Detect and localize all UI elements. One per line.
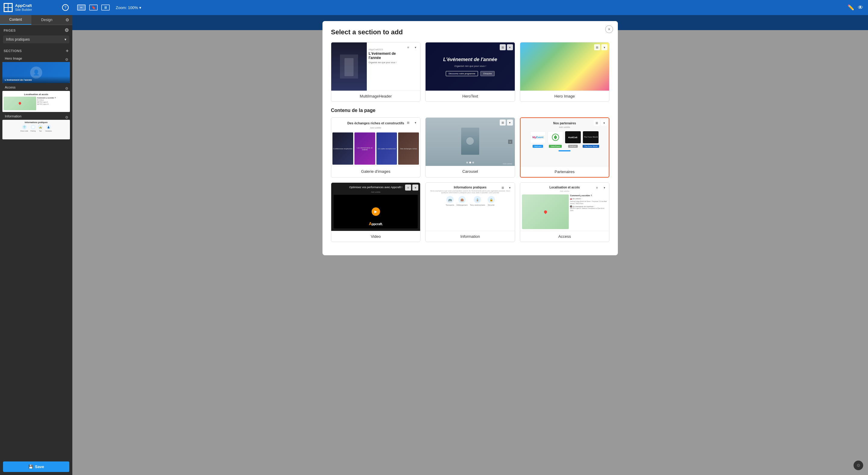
section-card-access[interactable]: Localisation et accès Add subtitle	[520, 182, 610, 242]
tab-content[interactable]: Content	[0, 15, 31, 25]
hero-register-btn[interactable]: S'inscrire	[480, 71, 495, 76]
sidebar-section-access: Access ⚙ Localisation et accès Comment y…	[2, 85, 70, 112]
partner-my-event: MyEvent	[530, 131, 546, 143]
carousel-preview: › Add subtitle ⊞ ▾	[426, 118, 515, 166]
access-more-btn[interactable]: ▾	[601, 184, 607, 191]
partners-more-btn[interactable]: ▾	[601, 120, 607, 126]
access-section-thumbnail: Localisation et accès Comment y accéder …	[2, 91, 70, 112]
pencil-tool-icon[interactable]: ✏	[77, 4, 86, 10]
top-bar: ✏ 🔖 🖥 Zoom: 100% ▾ ✏️ 👁	[72, 0, 868, 15]
carousel-arrow[interactable]: ›	[508, 140, 513, 144]
help-button[interactable]: ?	[62, 4, 69, 11]
main-area: ✏ 🔖 🖥 Zoom: 100% ▾ ✏️ 👁 appcraft Select …	[72, 0, 868, 475]
hero-section-thumbnail: 👤 L'événement de l'année	[2, 62, 70, 83]
access-label: Access	[520, 231, 609, 242]
info-section-label: Information	[2, 114, 70, 120]
desktop-tool-icon[interactable]: 🖥	[101, 4, 110, 10]
access-action-btns: ≡ ▾	[594, 184, 607, 191]
section-card-partners[interactable]: Nos partenaires Add subtitle MyEvent MyE…	[520, 117, 610, 178]
video-more-btn[interactable]: ▾	[412, 184, 418, 191]
sidebar-header: AppCraft Site Builder ?	[0, 0, 72, 15]
koll-cell-badge: KollCell	[568, 145, 578, 148]
partners-options-btn[interactable]: ⊞	[594, 120, 600, 126]
tab-bar: Content Design ⚙	[0, 15, 72, 25]
access-section-settings-button[interactable]: ⚙	[65, 87, 68, 91]
section-card-carousel[interactable]: › Add subtitle ⊞ ▾ Carousel	[425, 117, 515, 178]
app-name-text: AppCraft	[15, 3, 32, 8]
tab-settings-button[interactable]: ⚙	[62, 15, 72, 25]
save-icon: 💾	[28, 465, 33, 469]
play-button-icon[interactable]: ▶	[372, 207, 380, 216]
info-options-btn[interactable]: ⊞	[500, 184, 506, 191]
multi-header-options-btn[interactable]: ≡	[405, 44, 411, 50]
hero-image-label: Hero Image	[520, 91, 609, 101]
partner-futur-world: The Futur World	[583, 131, 598, 143]
partner-koll-cell: KollCell	[565, 131, 581, 143]
section-card-hero-image[interactable]: ⊞ ▾ Hero Image	[520, 42, 610, 102]
video-player: ▶ Appcraft.	[334, 195, 418, 229]
dropdown-chevron-icon: ▾	[64, 37, 66, 41]
carousel-dot-3	[472, 162, 474, 164]
preview-button[interactable]: 👁	[858, 4, 863, 11]
hero-image-options-btn[interactable]: ⊞	[594, 44, 600, 50]
information-preview: Informations pratiques Nous souhaitons q…	[426, 183, 515, 231]
app-name: AppCraft Site Builder	[15, 3, 32, 12]
info-more-btn[interactable]: ▾	[507, 184, 513, 191]
multi-header-action-btns: ≡ ▾	[405, 44, 418, 50]
zoom-selector[interactable]: Zoom: 100% ▾	[116, 5, 141, 10]
partners-progress-bar	[558, 150, 570, 151]
video-options-btn[interactable]: ≡	[405, 184, 411, 191]
section-card-video[interactable]: Optimisez vos performances avec Appcraft…	[331, 182, 421, 242]
carousel-action-btns: ⊞ ▾	[500, 120, 513, 126]
hero-text-buttons: Découvrez notre programme S'inscrire	[446, 71, 495, 76]
partners-label: Partenaires	[521, 166, 609, 177]
multi-image-header-label: MultiImageHeader	[331, 91, 420, 101]
pages-label: PAGES	[4, 29, 16, 32]
section-card-gallery[interactable]: Des échanges riches et constructifs Add …	[331, 117, 421, 178]
hero-discover-btn[interactable]: Découvrez notre programme	[446, 71, 478, 76]
section-card-hero-text[interactable]: L'événement de l'année Organisé rien que…	[425, 42, 515, 102]
hero-text-options-btn[interactable]: ⊞	[500, 44, 506, 50]
sidebar-section-hero: Hero Image ⚙ 👤 L'événement de l'année	[2, 56, 70, 83]
zoom-label: Zoom: 100%	[116, 5, 138, 10]
carousel-more-btn[interactable]: ▾	[507, 120, 513, 126]
add-section-button[interactable]: +	[66, 48, 69, 54]
pages-dropdown[interactable]: Infos pratiques ▾	[3, 36, 69, 43]
hero-section-settings-button[interactable]: ⚙	[65, 58, 68, 62]
hero-section-label: Hero Image	[2, 56, 70, 62]
sidebar: AppCraft Site Builder ? Content Design ⚙…	[0, 0, 72, 475]
edit-button[interactable]: ✏️	[847, 4, 854, 11]
gallery-options-btn[interactable]: ⊞	[405, 120, 411, 126]
multi-header-more-btn[interactable]: ▾	[412, 44, 418, 50]
access-map	[522, 195, 569, 229]
bookmark-tool-icon[interactable]: 🔖	[89, 4, 98, 10]
carousel-options-btn[interactable]: ⊞	[500, 120, 506, 126]
gallery-more-btn[interactable]: ▾	[412, 120, 418, 126]
access-preview: Localisation et accès Add subtitle	[520, 183, 609, 231]
access-options-btn[interactable]: ≡	[594, 184, 600, 191]
modal-close-button[interactable]: ×	[605, 25, 613, 33]
hero-image-more-btn[interactable]: ▾	[601, 44, 607, 50]
info-icon-tenue: 👔 Tenu vestimentaire	[470, 196, 485, 206]
transport-icon: 🚌	[446, 196, 454, 203]
info-section-settings-button[interactable]: ⚙	[65, 115, 68, 120]
map-pin-icon	[543, 209, 547, 214]
sections-header: SECTIONS +	[0, 46, 72, 56]
save-button[interactable]: 💾 Save	[3, 462, 69, 472]
hero-image-action-btns: ⊞ ▾	[594, 44, 607, 50]
carousel-label: Carousel	[426, 166, 515, 177]
hero-text-action-btns: ⊞ ▾	[500, 44, 513, 50]
partner-safer-planet	[548, 131, 563, 143]
section-card-information[interactable]: Informations pratiques Nous souhaitons q…	[425, 182, 515, 242]
section-card-multi-image-header[interactable]: #AppCraft2023 L'événement del'année Orga…	[331, 42, 421, 102]
pages-settings-button[interactable]: ⚙	[64, 27, 69, 33]
gallery-cell-3: Un cadre exceptionnel	[376, 132, 397, 165]
tab-design[interactable]: Design	[31, 15, 63, 24]
video-preview: Optimisez vos performances avec Appcraft…	[331, 183, 420, 231]
gallery-preview: Des échanges riches et constructifs Add …	[331, 118, 420, 166]
hero-text-more-btn[interactable]: ▾	[507, 44, 513, 50]
safer-planet-badge: SaferPlanet	[549, 145, 562, 148]
pages-header: PAGES ⚙	[0, 25, 72, 36]
gallery-action-btns: ⊞ ▾	[405, 120, 418, 126]
video-action-btns: ≡ ▾	[405, 184, 418, 191]
